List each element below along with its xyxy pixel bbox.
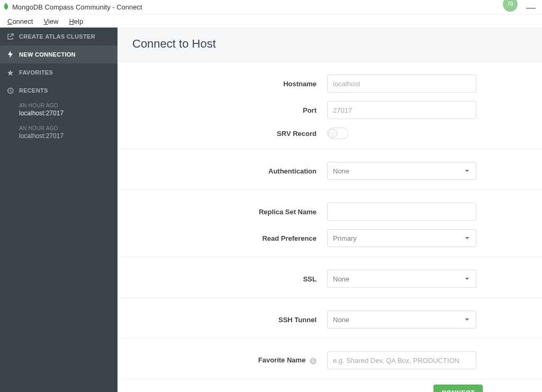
sidebar-item-label: NEW CONNECTION bbox=[19, 51, 76, 58]
authentication-select[interactable]: None bbox=[327, 162, 476, 180]
page-title: Connect to Host bbox=[132, 37, 527, 51]
ssl-select[interactable]: None bbox=[327, 270, 476, 288]
ssh-tunnel-select[interactable]: None bbox=[327, 311, 476, 329]
recent-timestamp: AN HOUR AGO bbox=[19, 103, 111, 108]
sidebar-item-label: FAVORITES bbox=[19, 69, 53, 76]
replica-set-name-input[interactable] bbox=[327, 203, 476, 221]
read-preference-select[interactable]: Primary bbox=[327, 229, 476, 247]
form-actions: CONNECT bbox=[118, 379, 542, 392]
recent-timestamp: AN HOUR AGO bbox=[19, 125, 111, 131]
sidebar-item-label: CREATE ATLAS CLUSTER bbox=[19, 33, 95, 40]
sidebar-item-label: RECENTS bbox=[19, 87, 48, 94]
sidebar-item-new-connection[interactable]: NEW CONNECTION bbox=[0, 45, 118, 63]
section-ssl: SSL None bbox=[118, 257, 542, 298]
minimize-button[interactable]: — bbox=[523, 5, 539, 10]
sidebar: CREATE ATLAS CLUSTER NEW CONNECTION FAVO… bbox=[0, 28, 118, 392]
label-authentication: Authentication bbox=[132, 167, 327, 175]
section-replica: Replica Set Name Read Preference Primary bbox=[118, 190, 542, 257]
label-ssh-tunnel: SSH Tunnel bbox=[132, 316, 327, 324]
menu-connect[interactable]: Connect bbox=[2, 16, 38, 26]
section-ssh: SSH Tunnel None bbox=[118, 298, 542, 339]
sidebar-item-recents[interactable]: RECENTS bbox=[0, 81, 118, 99]
bolt-icon bbox=[6, 51, 14, 58]
menu-bar: Connect View Help bbox=[0, 15, 542, 28]
window-title: MongoDB Compass Community - Connect bbox=[12, 3, 142, 11]
label-ssl: SSL bbox=[132, 275, 327, 283]
info-icon[interactable]: i bbox=[310, 358, 317, 364]
connect-button[interactable]: CONNECT bbox=[433, 385, 483, 392]
label-replica-set-name: Replica Set Name bbox=[132, 208, 327, 216]
history-icon bbox=[6, 87, 14, 94]
label-port: Port bbox=[132, 106, 327, 114]
sidebar-item-favorites[interactable]: FAVORITES bbox=[0, 63, 118, 81]
section-favorite: Favorite Name i bbox=[118, 339, 542, 379]
external-link-icon bbox=[6, 33, 14, 40]
favorite-name-input[interactable] bbox=[327, 351, 476, 369]
menu-view[interactable]: View bbox=[38, 16, 64, 26]
content-header: Connect to Host bbox=[118, 28, 542, 62]
label-srv-record: SRV Record bbox=[132, 130, 327, 138]
srv-record-toggle[interactable] bbox=[327, 127, 348, 139]
section-host: Hostname Port SRV Record bbox=[118, 62, 542, 149]
title-bar: MongoDB Compass Community - Connect 78 — bbox=[0, 0, 542, 15]
recent-host: localhost:27017 bbox=[19, 132, 111, 140]
label-read-preference: Read Preference bbox=[132, 234, 327, 242]
main-content: Connect to Host Hostname Port SRV Record bbox=[118, 28, 542, 392]
mongodb-leaf-icon bbox=[3, 3, 9, 12]
recent-connection[interactable]: AN HOUR AGO localhost:27017 bbox=[0, 99, 118, 122]
recent-connection[interactable]: AN HOUR AGO localhost:27017 bbox=[0, 122, 118, 145]
star-icon bbox=[6, 69, 14, 76]
update-badge[interactable]: 78 bbox=[503, 0, 518, 12]
port-input[interactable] bbox=[327, 101, 476, 119]
hostname-input[interactable] bbox=[327, 75, 476, 93]
section-auth: Authentication None bbox=[118, 149, 542, 190]
label-hostname: Hostname bbox=[132, 80, 327, 88]
sidebar-item-create-atlas-cluster[interactable]: CREATE ATLAS CLUSTER bbox=[0, 28, 118, 45]
recent-host: localhost:27017 bbox=[19, 110, 111, 117]
menu-help[interactable]: Help bbox=[64, 16, 88, 26]
label-favorite-name: Favorite Name i bbox=[132, 356, 327, 364]
